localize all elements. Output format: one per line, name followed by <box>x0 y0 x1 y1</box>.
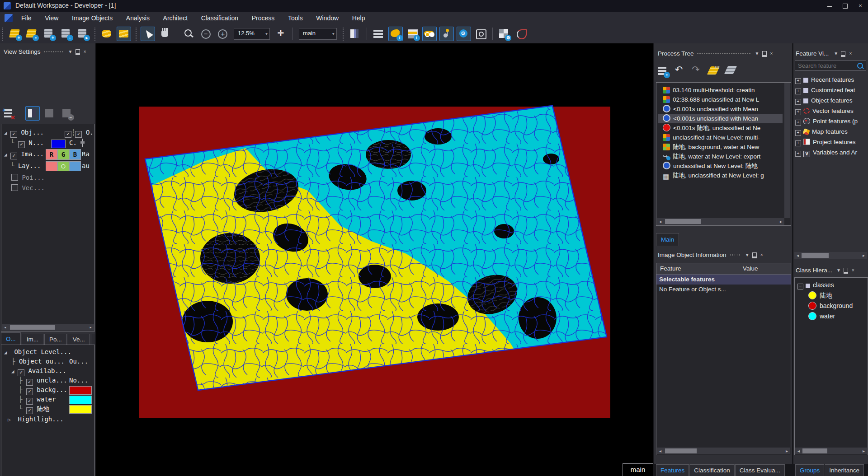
checkbox[interactable] <box>26 398 33 405</box>
tree-row-outline[interactable]: ├ Object ou... Ou... <box>11 358 65 365</box>
feature-item[interactable]: +Project features <box>795 137 856 147</box>
tree-row-vector[interactable]: Vec... <box>11 184 45 191</box>
panel-menu-button[interactable]: ▼ <box>832 48 840 60</box>
tree-row-level-root[interactable]: ◢ Object Level... <box>4 348 71 355</box>
tree-row-highlight[interactable]: ▷ Hightligh... <box>8 415 64 423</box>
feature-search-input[interactable] <box>795 61 866 70</box>
scroll-right-icon[interactable]: ▸ <box>783 448 790 454</box>
classes-root-row[interactable]: −classes <box>797 280 834 290</box>
toolbar-grip[interactable] <box>2 27 4 41</box>
horizontal-scrollbar[interactable]: ◂ ▸ <box>795 448 867 454</box>
checkbox[interactable] <box>11 174 18 181</box>
classification-view-button[interactable] <box>422 27 437 41</box>
slider-knob-icon[interactable] <box>80 141 85 144</box>
pin-button[interactable] <box>842 265 849 276</box>
horizontal-scrollbar[interactable]: ◂ ▸ <box>657 218 784 225</box>
menu-window[interactable]: Window <box>310 12 344 24</box>
horizontal-scrollbar[interactable]: ◂ ▸ <box>794 252 867 259</box>
tab-class-evaluation[interactable]: Class Evalua... <box>735 464 785 476</box>
process-row[interactable]: <0.001s 陆地, unclassified at Ne <box>658 123 783 133</box>
tree-row-available[interactable]: ◢ Availab... <box>11 367 66 376</box>
process-row[interactable]: unclassified at New Level: 陆地 <box>658 161 783 171</box>
compare-view-button[interactable] <box>42 106 57 121</box>
panel-menu-button[interactable]: ▼ <box>67 46 74 58</box>
menu-image-objects[interactable]: Image Objects <box>66 12 118 24</box>
expand-icon[interactable]: + <box>795 99 801 105</box>
menu-process[interactable]: Process <box>246 12 281 24</box>
checkbox[interactable] <box>65 131 71 138</box>
image-viewer[interactable]: main <box>96 43 653 476</box>
feature-item[interactable]: +Variables and Ar <box>795 148 857 158</box>
collapse-icon[interactable]: − <box>797 284 803 289</box>
layer-mixing-button[interactable] <box>371 27 386 41</box>
viewer-tab-main[interactable]: main <box>623 463 653 476</box>
toolbar-grip[interactable] <box>94 27 96 41</box>
expand-icon[interactable]: + <box>795 120 801 126</box>
menu-help[interactable]: Help <box>346 12 371 24</box>
vertical-scrollbar[interactable] <box>784 83 790 218</box>
panel-close-button[interactable]: × <box>849 265 857 276</box>
blue-channel-swatch[interactable]: B <box>69 149 81 160</box>
undo-button[interactable]: ↶ <box>673 64 687 78</box>
expand-icon[interactable]: + <box>795 140 801 146</box>
feature-search-box[interactable] <box>795 61 866 71</box>
zoom-in-button[interactable]: + <box>215 27 230 41</box>
pixel-view-button[interactable]: i <box>388 27 403 41</box>
scroll-right-icon[interactable]: ▸ <box>860 448 867 454</box>
scroll-left-icon[interactable]: ◂ <box>794 252 801 259</box>
expanded-icon[interactable]: ◢ <box>11 369 18 374</box>
horizontal-scrollbar[interactable]: ◂ ▸ <box>657 448 790 454</box>
view-settings-gear-button[interactable]: ⚙ <box>457 27 471 41</box>
process-row[interactable]: 陆地, background, water at New <box>658 142 783 152</box>
checkbox[interactable] <box>18 141 25 148</box>
checkbox[interactable] <box>10 153 17 159</box>
tree-row-image[interactable]: ◢ Ima... R G B Ra <box>4 150 44 159</box>
scroll-thumb[interactable] <box>665 448 697 453</box>
process-row[interactable]: 02:38.688 unclassified at New L <box>658 95 783 104</box>
process-row[interactable]: ▦陆地, unclassified at New Level: g <box>658 171 783 180</box>
expanded-icon[interactable]: ◢ <box>4 350 10 355</box>
expand-icon[interactable]: + <box>795 151 801 157</box>
tab-object[interactable]: O... <box>1 332 21 345</box>
feature-item[interactable]: +Recent features <box>795 75 854 85</box>
process-row[interactable]: <0.001s unclassified with Mean <box>658 104 783 114</box>
checkbox[interactable] <box>75 131 82 138</box>
collapsed-icon[interactable]: ▷ <box>8 417 14 423</box>
unlink-view-button[interactable]: − <box>60 106 74 121</box>
expand-icon[interactable]: + <box>795 109 801 115</box>
pan-tool-button[interactable] <box>158 27 172 41</box>
tab-main[interactable]: Main <box>656 233 679 246</box>
process-tree-toggle-button[interactable] <box>117 27 131 41</box>
scroll-right-icon[interactable]: ▸ <box>778 218 784 225</box>
expanded-icon[interactable]: ◢ <box>4 130 10 136</box>
green-channel-swatch[interactable]: G <box>57 149 69 160</box>
object-mean-view-button[interactable]: i <box>406 27 420 41</box>
pin-button[interactable] <box>74 46 81 58</box>
tree-row-class-water[interactable]: ├ water <box>19 396 56 405</box>
close-button[interactable]: × <box>853 0 868 12</box>
checkbox[interactable] <box>11 184 18 191</box>
samples-view-button[interactable] <box>439 27 454 41</box>
import-scene-button[interactable]: ↓ <box>59 27 73 41</box>
redo-button[interactable]: ↷ <box>689 64 704 78</box>
feature-item[interactable]: +Object features <box>795 96 853 106</box>
cursor-tool-button[interactable] <box>141 27 155 41</box>
checkbox[interactable] <box>26 407 33 414</box>
checkbox[interactable] <box>10 131 17 138</box>
open-project-button[interactable]: ▸ <box>75 27 90 41</box>
scroll-thumb[interactable] <box>802 253 829 258</box>
scroll-thumb[interactable] <box>802 448 827 453</box>
tree-row-class-land[interactable]: └ 陆地 <box>19 405 49 414</box>
column-header-value[interactable]: Value <box>739 263 791 275</box>
checkbox[interactable] <box>26 388 33 395</box>
class-row-water[interactable]: water <box>808 311 835 321</box>
pin-button[interactable] <box>840 48 847 60</box>
panel-menu-button[interactable]: ▼ <box>754 48 761 60</box>
scroll-thumb[interactable] <box>10 325 55 330</box>
zoom-level-combo[interactable]: 12.5%▾ <box>234 28 270 40</box>
scroll-thumb[interactable] <box>665 219 701 224</box>
split-view-button[interactable] <box>348 27 362 41</box>
scroll-left-icon[interactable]: ◂ <box>657 218 664 225</box>
zoom-window-button[interactable] <box>473 27 488 41</box>
toolbar-grip[interactable] <box>135 27 137 41</box>
